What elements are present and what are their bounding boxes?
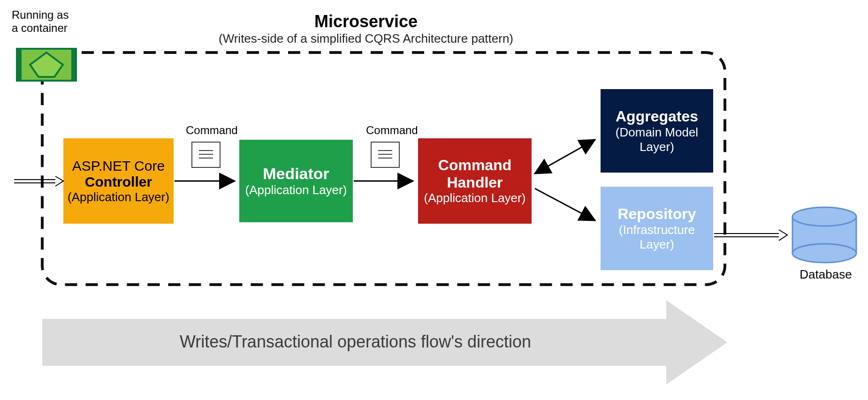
database-label: Database bbox=[791, 267, 861, 282]
svg-line-9 bbox=[535, 140, 595, 174]
svg-marker-18 bbox=[666, 300, 727, 385]
database-icon bbox=[791, 205, 861, 271]
svg-point-17 bbox=[792, 244, 856, 263]
flow-direction-arrowhead bbox=[666, 300, 732, 385]
svg-line-10 bbox=[535, 189, 595, 220]
flow-direction-caption: Writes/Transactional operations flow's d… bbox=[42, 332, 669, 352]
